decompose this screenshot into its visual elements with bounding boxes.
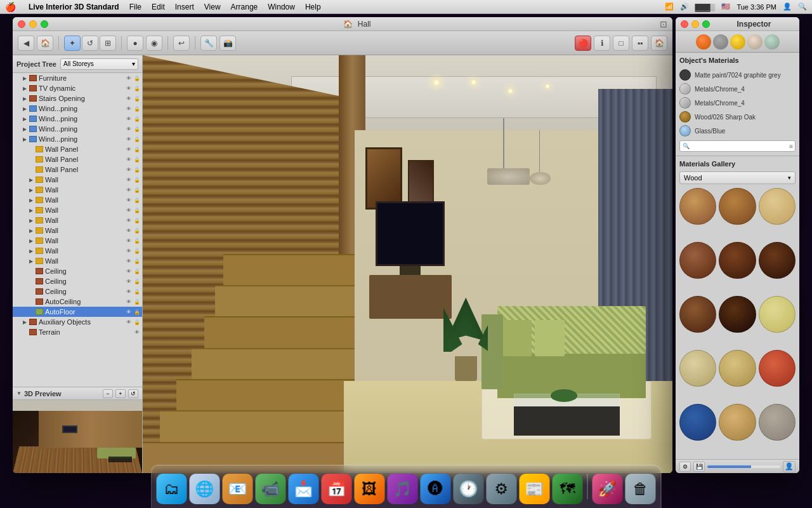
select-tool-button[interactable]: ✦ bbox=[64, 36, 81, 51]
tree-item-furniture[interactable]: ▶ Furniture 👁 🔒 bbox=[13, 73, 142, 83]
gallery-swatch-7[interactable] bbox=[719, 296, 756, 333]
gallery-save-button[interactable]: 💾 bbox=[693, 462, 705, 472]
dock-ical[interactable]: 📅 bbox=[322, 474, 352, 504]
tree-item-wall7[interactable]: ▶ Wall 👁 🔒 bbox=[13, 236, 142, 246]
camera-tool-button[interactable]: 📸 bbox=[219, 36, 236, 51]
eye-icon[interactable]: 👁 bbox=[125, 135, 133, 143]
inspector-maximize-button[interactable] bbox=[702, 20, 710, 28]
lock-icon[interactable]: 🔒 bbox=[133, 288, 141, 295]
inspector-tool-texture[interactable] bbox=[747, 34, 763, 50]
eye-icon[interactable]: 👁 bbox=[125, 186, 133, 194]
preview-toggle-arrow[interactable]: ▼ bbox=[16, 391, 22, 396]
lock-icon[interactable]: 🔒 bbox=[133, 237, 141, 244]
lock-icon[interactable]: 🔒 bbox=[133, 298, 141, 305]
dock-news[interactable]: 📰 bbox=[520, 474, 550, 504]
tree-item-wall3[interactable]: ▶ Wall 👁 🔒 bbox=[13, 195, 142, 205]
gallery-swatch-12[interactable] bbox=[679, 404, 716, 441]
tree-item-window1[interactable]: ▶ Wind...pning 👁 🔒 bbox=[13, 104, 142, 114]
apple-menu-icon[interactable]: 🍎 bbox=[5, 2, 16, 12]
search-icon[interactable]: 🔍 bbox=[798, 3, 807, 11]
gallery-swatch-8[interactable] bbox=[759, 296, 796, 333]
edit-menu[interactable]: Edit bbox=[152, 3, 165, 11]
dock-itunes[interactable]: 🎵 bbox=[388, 474, 418, 504]
lock-icon[interactable]: 🔒 bbox=[133, 115, 141, 123]
tree-item-wall1[interactable]: ▶ Wall 👁 🔒 bbox=[13, 175, 142, 185]
render-button[interactable]: 🔴 bbox=[575, 36, 591, 51]
lock-icon[interactable]: 🔒 bbox=[133, 156, 141, 163]
lock-icon[interactable]: 🔒 bbox=[133, 217, 141, 224]
dock-timemachine[interactable]: 🕐 bbox=[454, 474, 484, 504]
tree-item-terrain[interactable]: Terrain 👁 bbox=[13, 327, 142, 337]
lock-icon[interactable]: 🔒 bbox=[133, 308, 141, 316]
rotate-tool-button[interactable]: ↺ bbox=[82, 36, 98, 51]
tree-item-autoceiling[interactable]: AutoCeiling 👁 🔒 bbox=[13, 297, 142, 307]
view-menu[interactable]: View bbox=[204, 3, 221, 11]
gallery-gear-button[interactable]: ⚙ bbox=[679, 462, 691, 472]
lock-icon[interactable]: 🔒 bbox=[133, 145, 141, 153]
lock-icon[interactable]: 🔒 bbox=[133, 257, 141, 265]
material-search-bar[interactable]: 🔍 ≡ bbox=[679, 140, 796, 152]
gallery-swatch-0[interactable] bbox=[679, 188, 716, 225]
inspector-tool-extra[interactable] bbox=[764, 34, 780, 50]
dock-facetime[interactable]: 📹 bbox=[256, 474, 286, 504]
eye-icon[interactable]: 👁 bbox=[125, 166, 133, 173]
lock-icon[interactable]: 🔒 bbox=[133, 105, 141, 112]
inspector-minimize-button[interactable] bbox=[691, 20, 699, 28]
file-menu[interactable]: File bbox=[129, 3, 141, 11]
wifi-icon[interactable]: 📶 bbox=[665, 3, 674, 11]
view-3d-button[interactable]: 🏠 bbox=[651, 36, 667, 51]
center-viewport[interactable] bbox=[143, 55, 672, 473]
eye-icon[interactable]: 👁 bbox=[125, 318, 133, 326]
view-split-button[interactable]: ▪▪ bbox=[632, 36, 648, 51]
window-menu[interactable]: Window bbox=[268, 3, 295, 11]
tree-item-ceiling3[interactable]: Ceiling 👁 🔒 bbox=[13, 286, 142, 297]
zoom-in-button[interactable]: + bbox=[115, 389, 126, 398]
dock-finder[interactable]: 🗂 bbox=[157, 474, 187, 504]
material-item-chrome1[interactable]: Metals/Chrome_4 bbox=[679, 82, 796, 96]
gallery-swatch-6[interactable] bbox=[679, 296, 716, 333]
inspector-tool-object[interactable] bbox=[713, 34, 728, 50]
lock-icon[interactable]: 🔒 bbox=[133, 176, 141, 184]
tree-item-wall5[interactable]: ▶ Wall 👁 🔒 bbox=[13, 215, 142, 225]
eye-icon[interactable]: 👁 bbox=[125, 206, 133, 214]
material-item-graphite[interactable]: Matte paint/7024 graphite grey bbox=[679, 68, 796, 82]
eye-icon[interactable]: 👁 bbox=[125, 145, 133, 153]
arrange-menu[interactable]: Arrange bbox=[231, 3, 258, 11]
lock-icon[interactable]: 🔒 bbox=[133, 84, 141, 92]
lock-icon[interactable]: 🔒 bbox=[133, 206, 141, 214]
user-icon[interactable]: 👤 bbox=[783, 3, 792, 11]
tree-item-window2[interactable]: ▶ Wind...pning 👁 🔒 bbox=[13, 114, 142, 124]
eye-icon[interactable]: 👁 bbox=[125, 95, 133, 102]
lock-icon[interactable]: 🔒 bbox=[133, 318, 141, 326]
lock-icon[interactable]: 🔒 bbox=[133, 277, 141, 285]
tree-item-window3[interactable]: ▶ Wind...pning 👁 🔒 bbox=[13, 124, 142, 134]
eye-icon[interactable]: 👁 bbox=[125, 237, 133, 244]
eye-icon[interactable]: 👁 bbox=[125, 125, 133, 133]
refresh-button[interactable]: ↺ bbox=[128, 389, 138, 398]
gallery-swatch-9[interactable] bbox=[679, 350, 716, 387]
lock-icon[interactable]: 🔒 bbox=[133, 247, 141, 255]
gallery-category-dropdown[interactable]: Wood ▾ bbox=[679, 171, 796, 184]
inspector-tool-material[interactable] bbox=[696, 34, 711, 50]
eye-icon[interactable]: 👁 bbox=[125, 84, 133, 92]
gallery-person-button[interactable]: 👤 bbox=[783, 461, 796, 472]
tree-item-stairs[interactable]: ▶ Stairs Opening 👁 🔒 bbox=[13, 93, 142, 104]
material-item-chrome2[interactable]: Metals/Chrome_4 bbox=[679, 96, 796, 110]
eye-tool-button[interactable]: ◉ bbox=[146, 36, 162, 51]
eye-icon[interactable]: 👁 bbox=[125, 277, 133, 285]
dock-maps[interactable]: 🗺 bbox=[553, 474, 583, 504]
dock-app2[interactable]: 📧 bbox=[223, 474, 253, 504]
material-item-wood[interactable]: Wood/026 Sharp Oak bbox=[679, 110, 796, 124]
insert-menu[interactable]: Insert bbox=[175, 3, 194, 11]
lock-icon[interactable]: 🔒 bbox=[133, 135, 141, 143]
inspector-close-button[interactable] bbox=[681, 20, 688, 28]
eye-icon[interactable]: 👁 bbox=[125, 257, 133, 265]
tree-item-window4[interactable]: ▶ Wind...pning 👁 🔒 bbox=[13, 134, 142, 144]
tree-item-ceiling2[interactable]: Ceiling 👁 🔒 bbox=[13, 276, 142, 286]
lock-icon[interactable]: 🔒 bbox=[133, 166, 141, 173]
eye-icon[interactable]: 👁 bbox=[133, 328, 141, 336]
tree-item-wall2[interactable]: ▶ Wall 👁 🔒 bbox=[13, 185, 142, 195]
gallery-swatch-14[interactable] bbox=[759, 404, 796, 441]
lock-icon[interactable]: 🔒 bbox=[133, 227, 141, 234]
eye-icon[interactable]: 👁 bbox=[125, 267, 133, 275]
